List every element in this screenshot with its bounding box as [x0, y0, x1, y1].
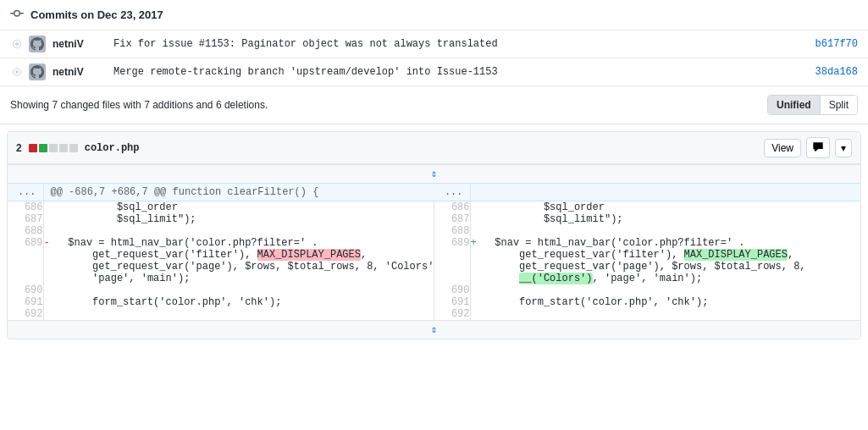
code-left: 'page', 'main'); — [43, 273, 434, 284]
view-toggle: Unified Split — [767, 95, 858, 115]
expand-button[interactable]: ▾ — [835, 139, 852, 157]
diff-line: 688 688 — [8, 225, 860, 237]
commit-sha[interactable]: b617f70 — [815, 38, 858, 50]
code-left — [43, 225, 434, 237]
line-number-left — [8, 261, 43, 273]
code-right: get_request_var('page'), $rows, $total_r… — [470, 261, 860, 273]
line-number-right: 691 — [434, 296, 470, 308]
hunk-code-left: @@ -686,7 +686,7 @@ function clearFilter… — [43, 184, 434, 201]
commit-timeline — [10, 69, 24, 75]
diff-line-deletion-1: 689 - $nav = html_nav_bar('color.php?fil… — [8, 237, 860, 249]
code-right: __('Colors'), 'page', 'main'); — [470, 273, 860, 284]
expand-cell: ⇕ — [8, 165, 860, 184]
diff-line-deletion-4: 'page', 'main'); __('Colors'), 'page', '… — [8, 273, 860, 284]
code-right — [470, 284, 860, 296]
expand-icon[interactable]: ⇕ — [431, 168, 437, 180]
commit-timeline — [10, 41, 24, 47]
neutral-icon — [59, 144, 68, 152]
diff-line-deletion-2: get_request_var('filter'), MAX_DISPLAY_P… — [8, 249, 860, 261]
line-number-left: 692 — [8, 308, 43, 321]
code-left: $sql_limit"); — [43, 213, 434, 225]
files-text-before: Showing — [10, 99, 52, 111]
diff-content: ⇕ ... @@ -686,7 +686,7 @@ function clear… — [8, 164, 860, 339]
code-left: - $nav = html_nav_bar('color.php?filter=… — [43, 237, 434, 249]
code-right: $sql_order — [470, 201, 860, 214]
commit-row: netniV Fix for issue #1153: Paginator ob… — [0, 30, 868, 58]
diff-line-deletion-3: get_request_var('page'), $rows, $total_r… — [8, 261, 860, 273]
code-right: + $nav = html_nav_bar('color.php?filter=… — [470, 237, 860, 249]
view-file-button[interactable]: View — [764, 139, 801, 157]
expand-row: ⇕ — [8, 165, 860, 184]
line-number-left — [8, 249, 43, 261]
line-number-left: 686 — [8, 201, 43, 214]
commit-message: Merge remote-tracking branch 'upstream/d… — [113, 66, 815, 78]
diff-header-actions: View ▾ — [764, 137, 852, 158]
avatar — [29, 36, 46, 52]
changed-count: 7 changed files — [52, 99, 120, 111]
diff-line: 691 form_start('color.php', 'chk'); 691 … — [8, 296, 860, 308]
line-number-left: 690 — [8, 284, 43, 296]
line-number-left — [8, 273, 43, 284]
neutral-icon — [69, 144, 78, 152]
diff-count: 2 — [16, 142, 22, 154]
hunk-ln-right: ... — [434, 184, 470, 201]
diff-line: 692 692 — [8, 308, 860, 321]
code-right: $sql_limit"); — [470, 213, 860, 225]
commit-sha[interactable]: 38da168 — [815, 66, 858, 78]
deletion-icon — [29, 144, 37, 152]
neutral-icon — [49, 144, 58, 152]
files-bar: Showing 7 changed files with 7 additions… — [0, 86, 868, 124]
diff-line: 687 $sql_limit"); 687 $sql_limit"); — [8, 213, 860, 225]
commit-author[interactable]: netniV — [53, 38, 103, 50]
diff-line: 686 $sql_order 686 $sql_order — [8, 201, 860, 214]
code-right — [470, 225, 860, 237]
commits-title: Commits on Dec 23, 2017 — [30, 8, 163, 21]
diff-filename: color.php — [85, 142, 765, 154]
code-left — [43, 308, 434, 321]
additions-count: 7 additions — [144, 99, 193, 111]
diff-file-header: 2 color.php View ▾ — [8, 132, 860, 164]
code-left: get_request_var('page'), $rows, $total_r… — [43, 261, 434, 273]
line-number-right — [434, 273, 470, 284]
line-number-right: 690 — [434, 284, 470, 296]
line-number-left: 687 — [8, 213, 43, 225]
commit-list: netniV Fix for issue #1153: Paginator ob… — [0, 30, 868, 86]
hunk-code-right — [470, 184, 860, 201]
line-number-left: 691 — [8, 296, 43, 308]
diff-file-icons — [29, 144, 78, 152]
line-number-right: 686 — [434, 201, 470, 214]
line-number-right: 689 — [434, 237, 470, 249]
expand-bottom-cell: ⇕ — [8, 321, 860, 339]
line-number-right: 692 — [434, 308, 470, 321]
expand-bottom-icon[interactable]: ⇕ — [431, 324, 437, 336]
files-text-and: and — [193, 99, 216, 111]
split-button[interactable]: Split — [821, 96, 857, 114]
addition-icon — [39, 144, 47, 152]
code-right: form_start('color.php', 'chk'); — [470, 296, 860, 308]
hunk-header-row: ... @@ -686,7 +686,7 @@ function clearFi… — [8, 184, 860, 201]
commit-author[interactable]: netniV — [53, 66, 103, 78]
line-number-left: 689 — [8, 237, 43, 249]
diff-line: 690 690 — [8, 284, 860, 296]
commits-header: Commits on Dec 23, 2017 — [0, 0, 868, 30]
unified-button[interactable]: Unified — [768, 96, 821, 114]
commit-row: netniV Merge remote-tracking branch 'ups… — [0, 58, 868, 86]
code-right: get_request_var('filter'), MAX_DISPLAY_P… — [470, 249, 860, 261]
hunk-ln-left: ... — [8, 184, 43, 201]
files-text-end: . — [265, 99, 268, 111]
avatar — [29, 63, 46, 80]
diff-table: ⇕ ... @@ -686,7 +686,7 @@ function clear… — [8, 164, 860, 339]
expand-bottom-row: ⇕ — [8, 321, 860, 339]
line-number-right — [434, 261, 470, 273]
code-left: $sql_order — [43, 201, 434, 214]
diff-section: 2 color.php View ▾ — [7, 131, 861, 339]
deletions-count: 6 deletions — [216, 99, 265, 111]
commit-dot — [14, 41, 20, 47]
files-text-middle: with — [120, 99, 144, 111]
commit-message: Fix for issue #1153: Paginator object wa… — [113, 38, 815, 50]
display-toggle-button[interactable] — [806, 137, 830, 158]
code-right — [470, 308, 860, 321]
code-left: form_start('color.php', 'chk'); — [43, 296, 434, 308]
line-number-right: 687 — [434, 213, 470, 225]
code-left: get_request_var('filter'), MAX_DISPLAY_P… — [43, 249, 434, 261]
